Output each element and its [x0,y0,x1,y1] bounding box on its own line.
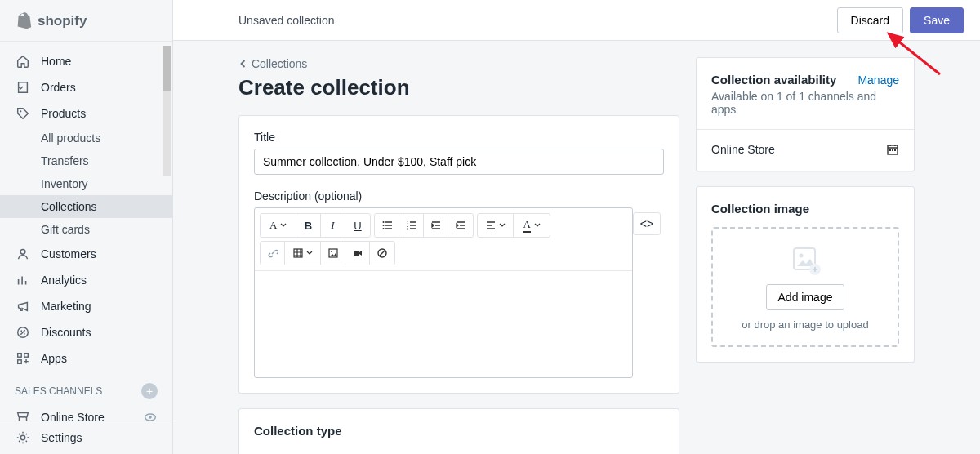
description-label: Description (optional) [254,189,664,203]
dropzone-hint: or drop an image to upload [721,318,889,331]
svg-rect-6 [24,354,29,358]
add-image-button[interactable]: Add image [766,284,845,310]
main-card: Title Description (optional) A B I U [238,115,679,394]
availability-card: Collection availability Manage Available… [696,57,915,171]
editor-textcolor-dropdown[interactable]: A [514,214,550,237]
svg-rect-7 [18,360,22,364]
logo[interactable]: shopify [0,0,172,42]
page-title: Create collection [238,75,679,100]
title-label: Title [254,131,664,144]
editor-video-button[interactable] [345,242,370,265]
svg-text:3: 3 [407,227,409,231]
sidebar-subitem-transfers[interactable]: Transfers [41,149,172,172]
sidebar-label: Discounts [41,326,91,339]
topbar: Unsaved collection Discard Save [173,0,980,41]
sidebar-subitem-all-products[interactable]: All products [41,127,172,149]
apps-icon [15,350,31,367]
sidebar-item-apps[interactable]: Apps [0,345,172,372]
svg-rect-20 [354,251,359,256]
sidebar-label: Products [41,107,86,120]
analytics-icon [15,272,31,288]
settings-icon [15,430,31,446]
online-store-label: Online Store [711,143,775,156]
svg-point-13 [382,228,384,229]
availability-title: Collection availability [711,73,836,87]
editor-font-dropdown[interactable]: A [261,214,296,237]
sidebar-label: Marketing [41,300,91,313]
collection-type-title: Collection type [254,424,664,438]
sidebar-label: Online Store [41,411,105,421]
svg-point-0 [20,110,21,112]
svg-point-1 [20,249,25,254]
sidebar-subitem-collections[interactable]: Collections [0,195,172,218]
editor-table-dropdown[interactable] [285,242,321,265]
sidebar-item-analytics[interactable]: Analytics [0,267,172,293]
editor-link-button[interactable] [261,242,285,265]
collection-type-card: Collection type [238,408,679,454]
description-textarea[interactable] [255,271,632,377]
editor-outdent-button[interactable] [424,214,448,237]
sidebar-label: Home [41,55,71,68]
image-dropzone[interactable]: Add image or drop an image to upload [711,227,899,347]
manage-link[interactable]: Manage [858,73,899,87]
breadcrumb[interactable]: Collections [238,57,679,70]
svg-point-10 [20,435,24,439]
topbar-title: Unsaved collection [238,14,837,27]
add-channel-button[interactable]: + [141,383,158,399]
sidebar-label: Analytics [41,274,87,287]
editor-underline-button[interactable]: U [345,214,370,237]
sidebar-subitem-giftcards[interactable]: Gift cards [41,218,172,241]
brand-name: shopify [38,13,87,29]
marketing-icon [15,298,31,314]
sidebar-item-customers[interactable]: Customers [0,241,172,267]
sidebar-label: Settings [41,431,82,444]
svg-rect-25 [894,149,896,151]
editor-ol-button[interactable]: 123 [399,214,424,237]
svg-point-27 [800,254,804,258]
discounts-icon [15,324,31,340]
editor-align-dropdown[interactable] [478,214,514,237]
home-icon [15,53,31,69]
editor-ul-button[interactable] [375,214,399,237]
calendar-icon[interactable] [886,143,899,156]
view-store-icon[interactable] [143,410,158,421]
sales-channels-header: SALES CHANNELS + [0,372,172,404]
online-store-icon [15,409,31,421]
sidebar-label: Orders [41,81,76,94]
svg-rect-23 [889,149,891,151]
customers-icon [15,246,31,262]
svg-point-11 [382,221,384,223]
editor-clear-button[interactable] [370,242,394,265]
availability-subtitle: Available on 1 of 1 channels and apps [711,90,899,116]
sidebar-label: Apps [41,352,67,365]
sidebar-item-settings[interactable]: Settings [0,421,172,454]
sidebar-item-home[interactable]: Home [0,48,172,74]
editor-bold-button[interactable]: B [296,214,321,237]
sidebar-item-products[interactable]: Products [0,100,172,127]
svg-point-4 [24,333,25,335]
title-input[interactable] [254,149,664,175]
discard-button[interactable]: Discard [837,7,903,33]
editor-html-toggle[interactable]: <> [633,212,661,235]
sidebar-item-discounts[interactable]: Discounts [0,319,172,345]
editor-italic-button[interactable]: I [321,214,345,237]
sidebar-item-online-store[interactable]: Online Store [0,404,172,421]
svg-point-9 [149,416,152,419]
orders-icon [15,79,31,96]
save-button[interactable]: Save [910,7,964,33]
rich-text-editor: A B I U 123 [254,207,633,378]
sidebar-item-orders[interactable]: Orders [0,74,172,100]
chevron-left-icon [238,59,248,69]
svg-point-19 [331,251,332,252]
sidebar-item-marketing[interactable]: Marketing [0,293,172,319]
svg-rect-5 [18,354,22,358]
svg-rect-24 [892,149,893,151]
editor-image-button[interactable] [321,242,345,265]
collection-image-card: Collection image Add image or drop an im… [696,186,915,363]
sidebar: shopify Home Orders Products All [0,0,173,454]
editor-indent-button[interactable] [448,214,473,237]
sidebar-subitem-inventory[interactable]: Inventory [41,172,172,195]
svg-point-12 [382,225,384,226]
shopify-logo-icon [15,11,33,31]
collection-image-title: Collection image [711,202,899,216]
